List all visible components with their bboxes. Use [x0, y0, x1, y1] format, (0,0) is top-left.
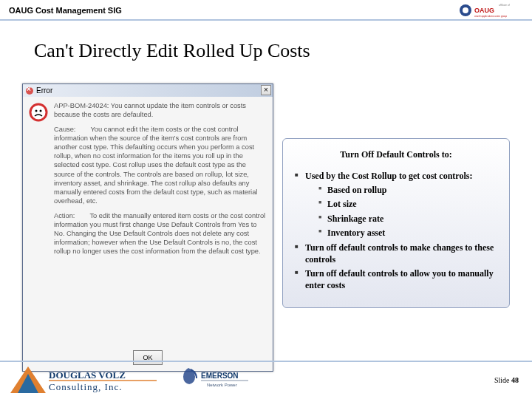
callout-subitem: Shrinkage rate — [318, 214, 497, 225]
callout-item: Turn off default controls to allow you t… — [295, 268, 497, 291]
svg-point-7 — [40, 110, 42, 112]
footer-rule — [0, 361, 532, 362]
svg-point-6 — [35, 110, 38, 112]
callout-box: Turn Off Default Controls to: Used by th… — [282, 138, 510, 308]
callout-subitem: Based on rollup — [318, 185, 497, 197]
header-rule — [0, 19, 532, 21]
svg-text:DOUGLAS VOLZ: DOUGLAS VOLZ — [49, 369, 126, 381]
svg-text:EMERSON: EMERSON — [201, 372, 239, 380]
error-dialog: Error × APP-BOM-24024: You cannot update… — [22, 83, 273, 372]
error-titlebar-icon — [26, 87, 33, 95]
callout-subitem: Inventory asset — [318, 228, 497, 239]
slide-number: Slide 48 — [494, 376, 519, 384]
dialog-p3: Action:To edit the manually entered item… — [54, 211, 267, 256]
dialog-titlebar[interactable]: Error × — [23, 84, 273, 97]
douglas-volz-logo: DOUGLAS VOLZ Consulting, Inc. — [9, 365, 160, 396]
svg-text:affiliate of: affiliate of — [499, 4, 510, 7]
callout-title: Turn Off Default Controls to: — [295, 149, 497, 160]
dialog-title: Error — [36, 86, 52, 95]
ok-button[interactable]: OK — [133, 350, 163, 365]
callout-item: Turn off default controls to make change… — [295, 242, 497, 265]
dialog-p1: APP-BOM-24024: You cannot update the ite… — [54, 101, 267, 119]
svg-text:OAUG: OAUG — [474, 7, 494, 14]
slide-title: Can't Directly Edit Rolled Up Costs — [34, 40, 310, 62]
oaug-logo: OAUG oracle applications users group aff… — [458, 3, 525, 18]
emerson-logo: EMERSON Network Power — [177, 365, 251, 396]
svg-point-1 — [463, 7, 468, 13]
close-icon[interactable]: × — [261, 85, 271, 95]
svg-text:oracle applications users grou: oracle applications users group — [474, 15, 507, 18]
callout-subitem: Lot size — [318, 199, 497, 211]
svg-text:Consulting, Inc.: Consulting, Inc. — [49, 381, 122, 392]
error-icon — [29, 101, 54, 262]
callout-item: Used by the Cost Rollup to get cost cont… — [295, 171, 497, 239]
header-title: OAUG Cost Management SIG — [9, 6, 122, 15]
dialog-p2: Cause:You cannot edit the item costs or … — [54, 125, 267, 205]
dialog-message: APP-BOM-24024: You cannot update the ite… — [54, 101, 267, 262]
svg-point-5 — [30, 104, 47, 120]
svg-text:Network Power: Network Power — [207, 383, 237, 387]
